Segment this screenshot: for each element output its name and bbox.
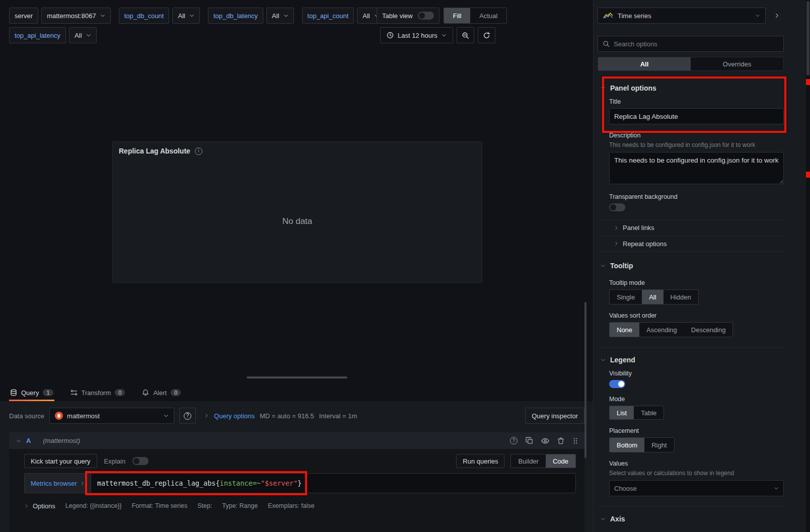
axis-header[interactable]: Axis	[598, 513, 784, 525]
hide-query-eye-icon[interactable]	[541, 437, 549, 445]
variable-top-api-latency-label: top_api_latency	[9, 27, 66, 43]
variable-controls-row1: server mattermost:8067 top_db_count All …	[9, 8, 385, 24]
legend-mode-table[interactable]: Table	[634, 406, 664, 419]
tab-overrides[interactable]: Overrides	[691, 57, 783, 70]
interval-text: Interval = 1m	[319, 412, 357, 420]
tab-alert[interactable]: Alert 0	[141, 384, 182, 401]
panel-edit-page: server mattermost:8067 top_db_count All …	[0, 0, 810, 532]
chevron-right-icon	[204, 413, 209, 418]
options-format-text: Format: Time series	[132, 502, 187, 509]
tooltip-mode-all[interactable]: All	[642, 290, 663, 304]
delete-query-trash-icon[interactable]	[557, 437, 564, 444]
explain-toggle[interactable]	[132, 457, 149, 465]
query-count-badge: 1	[43, 389, 53, 396]
query-toolbar: Kick start your query Explain Run querie…	[24, 454, 584, 468]
panel-options-header[interactable]: Panel options	[598, 82, 784, 94]
chevron-right-icon	[614, 241, 619, 246]
preview-panel: Replica Lag Absolute i No data	[112, 141, 482, 283]
query-row-card: A (mattermost) ? Kick start your query E…	[9, 432, 584, 532]
builder-option[interactable]: Builder	[511, 454, 545, 468]
fill-actual-switch: Fill Actual	[444, 8, 507, 24]
panel-info-icon[interactable]: i	[195, 147, 202, 155]
vertical-splitter-handle[interactable]	[584, 302, 586, 458]
metrics-browser-button[interactable]: Metrics browser	[24, 473, 91, 493]
refresh-button[interactable]	[478, 27, 495, 43]
legend-visibility-field: Visibility	[609, 370, 784, 388]
collapse-options-pane-button[interactable]	[770, 8, 784, 24]
chevron-right-icon	[80, 481, 85, 486]
query-row-header[interactable]: A (mattermost) ?	[9, 432, 584, 449]
page-scrollbar[interactable]	[806, 0, 810, 532]
datasource-help-button[interactable]: ?	[179, 408, 196, 424]
horizontal-splitter-handle[interactable]	[247, 376, 347, 378]
values-sort-order-field: Values sort order None Ascending Descend…	[609, 312, 784, 337]
chevron-down-icon	[601, 357, 606, 362]
options-type-text: Type: Range	[222, 502, 258, 509]
promql-expression-input[interactable]: mattermost_db_replica_lag_abs{instance=~…	[91, 473, 576, 493]
repeat-options-collapse[interactable]: Repeat options	[598, 236, 784, 252]
actual-option[interactable]: Actual	[470, 8, 506, 23]
table-view-toggle[interactable]	[418, 12, 434, 20]
options-collapse[interactable]: Options	[24, 502, 55, 510]
legend-mode-list[interactable]: List	[610, 406, 634, 419]
table-view-toggle-chip: Table view	[377, 8, 439, 24]
transform-count-badge: 0	[115, 389, 125, 396]
code-option[interactable]: Code	[546, 454, 575, 468]
placement-right[interactable]: Right	[644, 438, 674, 452]
variable-top-db-latency: top_db_latency All	[208, 8, 294, 24]
legend-values-select[interactable]: Choose	[609, 480, 784, 496]
alert-count-badge: 0	[171, 389, 181, 396]
sort-descending[interactable]: Descending	[684, 323, 733, 337]
description-field: Description This needs to be configured …	[609, 132, 784, 186]
variable-top-db-count-value-dropdown[interactable]: All	[172, 8, 199, 24]
drag-handle-icon[interactable]	[572, 437, 578, 444]
sort-none[interactable]: None	[610, 323, 639, 337]
options-search-input[interactable]	[614, 40, 779, 48]
panel-title-input[interactable]	[609, 108, 784, 124]
legend-visibility-toggle[interactable]	[609, 380, 625, 388]
tab-transform[interactable]: Transform 0	[69, 384, 126, 401]
tooltip-mode-single[interactable]: Single	[610, 290, 642, 304]
panel-description-textarea[interactable]: This needs to be configured in config.js…	[609, 152, 784, 184]
sort-ascending[interactable]: Ascending	[639, 323, 684, 337]
refresh-icon	[483, 32, 490, 39]
placement-bottom[interactable]: Bottom	[610, 438, 644, 452]
kick-start-query-button[interactable]: Kick start your query	[24, 454, 97, 468]
expr-metric: mattermost_db_replica_lag_abs{	[97, 479, 220, 487]
legend-header[interactable]: Legend	[598, 354, 784, 366]
database-icon	[10, 389, 17, 396]
variable-server-value-dropdown[interactable]: mattermost:8067	[41, 8, 111, 24]
main-column: server mattermost:8067 top_db_count All …	[0, 0, 593, 532]
options-search[interactable]	[598, 36, 784, 52]
chevron-down-icon[interactable]	[16, 438, 21, 443]
prometheus-icon	[55, 412, 63, 420]
tooltip-mode-hidden[interactable]: Hidden	[664, 290, 698, 304]
visualization-picker[interactable]: Time series	[598, 8, 766, 24]
panel-header[interactable]: Replica Lag Absolute i	[113, 142, 482, 160]
variable-top-api-count: top_api_count All	[302, 8, 385, 24]
tooltip-header[interactable]: Tooltip	[598, 260, 784, 272]
duplicate-query-icon[interactable]	[526, 437, 533, 444]
bell-icon	[142, 389, 149, 396]
transparent-background-toggle[interactable]	[609, 203, 625, 211]
variable-top-api-latency: top_api_latency All	[9, 27, 97, 43]
fill-option[interactable]: Fill	[444, 8, 471, 23]
tab-all-options[interactable]: All	[598, 57, 691, 70]
time-range-picker[interactable]: Last 12 hours	[380, 27, 453, 43]
datasource-picker[interactable]: mattermost	[49, 408, 174, 424]
zoom-out-button[interactable]	[457, 27, 474, 43]
tab-query[interactable]: Query 1	[9, 384, 54, 401]
query-help-icon[interactable]: ?	[510, 437, 518, 444]
tooltip-mode-label: Tooltip mode	[609, 279, 784, 286]
variable-top-api-latency-value-dropdown[interactable]: All	[69, 27, 96, 43]
panel-links-collapse[interactable]: Panel links	[598, 219, 784, 236]
scrollbar-thumb[interactable]	[806, 1, 809, 75]
query-inspector-button[interactable]: Query inspector	[525, 408, 584, 424]
legend-placement-group: Bottom Right	[609, 437, 675, 452]
query-expression-row: Metrics browser mattermost_db_replica_la…	[24, 473, 576, 493]
run-queries-button[interactable]: Run queries	[456, 454, 504, 468]
variable-top-api-count-label: top_api_count	[302, 8, 354, 24]
options-step-text: Step:	[197, 502, 212, 509]
query-options-toggle[interactable]: Query options	[214, 412, 255, 420]
variable-top-db-latency-value-dropdown[interactable]: All	[266, 8, 293, 24]
